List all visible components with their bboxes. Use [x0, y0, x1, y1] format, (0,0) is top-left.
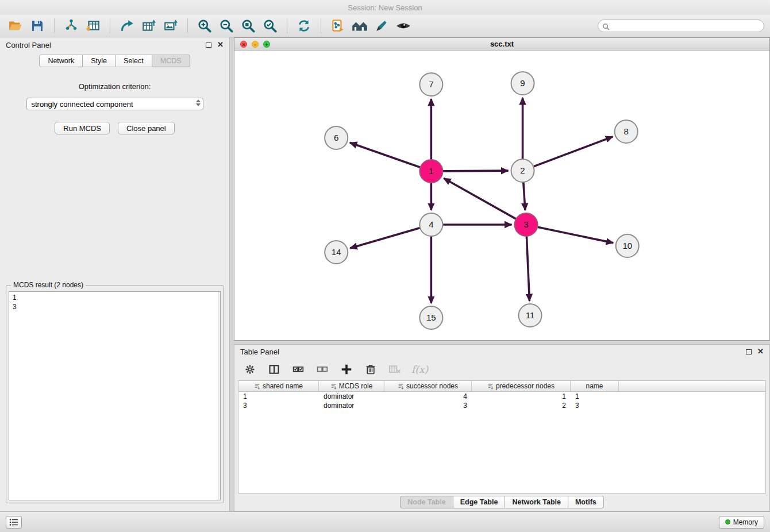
- node-2[interactable]: 2: [511, 159, 534, 182]
- tab-node-table[interactable]: Node Table: [400, 496, 453, 508]
- node-8[interactable]: 8: [615, 120, 638, 143]
- cell-successor-nodes[interactable]: 4: [384, 392, 472, 400]
- close-panel-icon[interactable]: ✕: [217, 42, 224, 48]
- brush-button[interactable]: [372, 17, 391, 35]
- cell-predecessor-nodes[interactable]: 2: [472, 402, 571, 410]
- cell-name[interactable]: 1: [571, 392, 619, 400]
- cell-predecessor-nodes[interactable]: 1: [472, 392, 571, 400]
- column-header-shared-name[interactable]: shared name: [238, 381, 319, 391]
- cell-successor-nodes[interactable]: 3: [384, 402, 472, 410]
- node-10[interactable]: 10: [616, 234, 639, 257]
- network-canvas[interactable]: 7968124314101511: [234, 51, 769, 340]
- cell-mcds-role[interactable]: dominator: [319, 392, 384, 400]
- edge-3-10[interactable]: [536, 227, 613, 243]
- open-session-button[interactable]: [6, 17, 25, 35]
- delete-table-button[interactable]: [387, 362, 402, 377]
- node-4[interactable]: 4: [419, 213, 442, 236]
- node-6[interactable]: 6: [325, 126, 348, 149]
- window-title: Session: New Session: [348, 3, 422, 12]
- zoom-selected-icon: [263, 18, 278, 33]
- column-header-mcds-role[interactable]: MCDS role: [319, 381, 384, 391]
- close-panel-icon[interactable]: ✕: [757, 349, 764, 354]
- node-3[interactable]: 3: [515, 213, 538, 236]
- run-mcds-button[interactable]: Run MCDS: [55, 122, 110, 134]
- save-session-button[interactable]: [28, 17, 47, 35]
- zoom-out-button[interactable]: [217, 17, 236, 35]
- column-header-name[interactable]: name: [571, 381, 619, 391]
- edge-3-11[interactable]: [526, 235, 529, 301]
- show-columns-button[interactable]: [267, 362, 282, 377]
- edge-1-2[interactable]: [441, 171, 508, 171]
- float-panel-icon[interactable]: [746, 349, 752, 354]
- function-builder-button[interactable]: f(x): [411, 364, 428, 375]
- node-11[interactable]: 11: [519, 304, 542, 327]
- tab-network-table[interactable]: Network Table: [505, 496, 568, 508]
- table-row[interactable]: 1 dominator 4 1 1: [238, 392, 765, 401]
- application-window: Session: New Session: [0, 0, 770, 532]
- toolbar-separator: [321, 18, 321, 33]
- cell-shared-name[interactable]: 1: [238, 392, 319, 400]
- node-9[interactable]: 9: [511, 72, 534, 95]
- column-header-successor-nodes[interactable]: successor nodes: [384, 381, 472, 391]
- edge-2-8[interactable]: [532, 137, 613, 167]
- edge-1-6[interactable]: [350, 142, 422, 168]
- float-panel-icon[interactable]: [206, 43, 211, 48]
- tab-style[interactable]: Style: [83, 55, 116, 67]
- refresh-button[interactable]: [294, 17, 314, 35]
- mcds-result-groupbox: MCDS result (2 nodes) 1 3: [6, 285, 224, 503]
- toolbar-separator: [187, 18, 188, 33]
- columns-icon: [268, 364, 280, 375]
- edge-4-14[interactable]: [350, 228, 421, 248]
- criterion-value: strongly connected component: [32, 100, 133, 109]
- edge-3-1[interactable]: [444, 178, 517, 219]
- delete-column-button[interactable]: [363, 362, 378, 377]
- node-1[interactable]: 1: [419, 160, 442, 183]
- result-scrollbar[interactable]: [218, 292, 220, 500]
- zoom-selected-button[interactable]: [260, 17, 280, 35]
- node-7[interactable]: 7: [419, 73, 442, 96]
- node-label: 15: [426, 313, 436, 322]
- table-settings-button[interactable]: [242, 362, 257, 377]
- tab-motifs[interactable]: Motifs: [568, 496, 604, 508]
- tab-mcds[interactable]: MCDS: [152, 55, 190, 67]
- import-table-button[interactable]: [83, 17, 103, 35]
- cell-name[interactable]: 3: [571, 402, 619, 410]
- memory-button[interactable]: Memory: [719, 516, 764, 529]
- export-network-button[interactable]: [117, 17, 137, 35]
- import-network-icon: [64, 18, 79, 33]
- add-column-button[interactable]: [339, 362, 354, 377]
- node-15[interactable]: 15: [419, 306, 442, 329]
- network-window: scc.txt ✕ − + 7968124314101511: [234, 37, 770, 341]
- export-image-button[interactable]: [161, 17, 180, 35]
- deselect-all-button[interactable]: [315, 362, 330, 377]
- eye-button[interactable]: [394, 17, 413, 35]
- node-14[interactable]: 14: [325, 241, 348, 264]
- close-panel-button[interactable]: Close panel: [118, 122, 175, 134]
- network-window-titlebar[interactable]: scc.txt ✕ − +: [234, 38, 769, 51]
- table-row[interactable]: 3 dominator 3 2 3: [238, 401, 765, 410]
- tab-select[interactable]: Select: [116, 55, 152, 67]
- houses-button[interactable]: [350, 17, 369, 35]
- zoom-fit-button[interactable]: [238, 17, 258, 35]
- cell-mcds-role[interactable]: dominator: [319, 402, 384, 410]
- network-graph[interactable]: 7968124314101511: [234, 51, 769, 340]
- control-panel: Control Panel ✕ Network Style Select MCD…: [0, 37, 230, 511]
- export-table-button[interactable]: [139, 17, 159, 35]
- mcds-result-list[interactable]: 1 3: [9, 291, 221, 500]
- zoom-in-icon: [197, 18, 212, 33]
- import-network-button[interactable]: [61, 17, 81, 35]
- cell-shared-name[interactable]: 3: [238, 402, 319, 410]
- select-all-button[interactable]: [291, 362, 306, 377]
- network-document-button[interactable]: [328, 17, 348, 35]
- criterion-dropdown[interactable]: strongly connected component: [26, 98, 203, 110]
- task-history-button[interactable]: [6, 516, 22, 529]
- table-header-row: shared name MCDS role successor nodes: [238, 381, 765, 392]
- tab-edge-table[interactable]: Edge Table: [453, 496, 506, 508]
- edge-2-3[interactable]: [523, 181, 525, 210]
- search-input[interactable]: [598, 20, 764, 32]
- zoom-in-button[interactable]: [195, 17, 214, 35]
- result-line: 1: [13, 293, 217, 302]
- column-header-predecessor-nodes[interactable]: predecessor nodes: [472, 381, 571, 391]
- sort-icon: [330, 383, 337, 390]
- tab-network[interactable]: Network: [39, 55, 83, 67]
